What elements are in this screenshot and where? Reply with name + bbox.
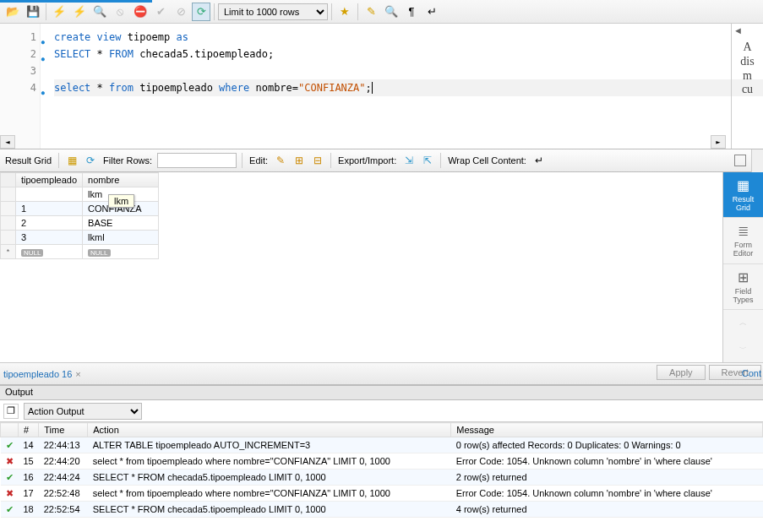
wrap-cell-icon[interactable]: ↵ [531, 153, 547, 168]
row-marker[interactable] [1, 216, 16, 231]
tab-result-grid[interactable]: ▦Result Grid [723, 172, 764, 218]
grid-cell[interactable]: NULL [16, 245, 83, 259]
types-icon: ⊞ [738, 269, 749, 285]
tab-field-types[interactable]: ⊞Field Types [723, 264, 764, 310]
row-marker[interactable] [1, 202, 16, 216]
filter-rows-label: Filter Rows: [101, 155, 154, 166]
collapse-arrow-icon[interactable]: ◄ [733, 25, 743, 35]
truncated-help-text: Adismcu [740, 29, 754, 149]
result-tab[interactable]: tipoempleado 16 × [3, 369, 81, 379]
output-layout-icon[interactable]: ❐ [3, 404, 19, 419]
output-cell-n: 14 [19, 437, 39, 453]
row-marker[interactable]: * [1, 245, 16, 259]
output-cell-action: select * from tipoempleado where nombre=… [88, 486, 451, 502]
export-icon[interactable]: ⇲ [401, 153, 417, 168]
grid-cell[interactable] [16, 187, 83, 202]
active-tab-indicator [0, 0, 152, 3]
line-number: 3 [0, 62, 36, 79]
wrap-icon[interactable]: ↵ [422, 3, 441, 21]
edit-row-icon[interactable]: ✎ [273, 153, 288, 168]
save-icon[interactable]: 💾 [24, 3, 42, 21]
result-grid[interactable]: tipoempleado nombre lkm1CONFIANZA2BASE3l… [0, 172, 722, 362]
output-cell-n: 17 [19, 486, 39, 502]
execute-step-icon[interactable]: ⚡ [70, 3, 89, 21]
output-type-select[interactable]: Action Output [24, 403, 142, 420]
side-panel-collapsed: ◄ Adismcu [731, 24, 763, 149]
nav-up-icon[interactable]: ︿ [723, 310, 764, 336]
form-icon: ≣ [738, 223, 749, 239]
invisible-chars-icon[interactable]: ¶ [402, 3, 421, 21]
open-file-icon[interactable]: 📂 [3, 3, 22, 21]
commit-icon[interactable]: ✔ [151, 3, 170, 21]
row-marker[interactable] [1, 231, 16, 245]
limit-rows-select[interactable]: Limit to 1000 rows [218, 3, 328, 20]
output-cell-msg: Error Code: 1054. Unknown column 'nombre… [451, 486, 763, 502]
scroll-left-icon[interactable]: ◄ [0, 135, 15, 149]
delete-row-icon[interactable]: ⊟ [310, 153, 325, 168]
wrap-cell-label: Wrap Cell Content: [446, 155, 528, 166]
filter-rows-input[interactable] [157, 153, 237, 168]
result-side-tabs: ▦Result Grid ≣Form Editor ⊞Field Types ︿… [722, 172, 763, 362]
sql-editor[interactable]: 1 2 3 4 create view tipoemp as SELECT * … [0, 24, 763, 149]
output-cell-action: select * from tipoempleado where nombre=… [88, 453, 451, 470]
output-cell-n: 15 [19, 453, 39, 470]
output-cell-time: 22:52:48 [39, 486, 88, 502]
grid-cell[interactable]: BASE [83, 216, 159, 231]
grid-cell[interactable]: 1 [16, 202, 83, 216]
add-row-icon[interactable]: ⊞ [292, 153, 307, 168]
apply-button[interactable]: Apply [657, 365, 706, 380]
scroll-right-icon[interactable]: ► [711, 135, 726, 149]
grid-view-icon[interactable]: ▦ [64, 153, 79, 168]
result-tabs-bar: tipoempleado 16 × Apply Revert [0, 363, 763, 385]
output-cell-time: 22:44:20 [39, 453, 88, 470]
import-icon[interactable]: ⇱ [420, 153, 435, 168]
nav-down-icon[interactable]: ﹀ [723, 336, 764, 362]
execute-icon[interactable]: ⚡ [50, 3, 68, 21]
status-error-icon: ✖ [1, 486, 19, 502]
kill-icon[interactable]: ⛔ [131, 3, 150, 21]
column-header[interactable]: nombre [83, 173, 159, 187]
code-area[interactable]: create view tipoemp as SELECT * FROM che… [41, 24, 763, 149]
autocommit-icon[interactable]: ⟳ [192, 3, 210, 21]
edit-label: Edit: [248, 155, 270, 166]
output-col-message[interactable]: Message [451, 423, 763, 437]
output-cell-time: 22:44:24 [39, 470, 88, 486]
result-toolbar: Result Grid ▦ ⟳ Filter Rows: Edit: ✎ ⊞ ⊟… [0, 149, 763, 172]
beautify-icon[interactable]: ✎ [362, 3, 380, 21]
separator [46, 3, 46, 20]
column-header[interactable]: tipoempleado [16, 173, 83, 187]
panel-toggle-icon[interactable] [734, 155, 746, 166]
status-ok-icon: ✔ [1, 502, 19, 518]
output-cell-action: SELECT * FROM checada5.tipoempleado LIMI… [88, 502, 451, 518]
export-import-label: Export/Import: [336, 155, 398, 166]
grid-cell[interactable]: NULL [83, 245, 159, 259]
side-toggle[interactable] [751, 149, 763, 173]
context-help-link[interactable]: Cont [742, 368, 761, 529]
grid-cell[interactable]: 3 [16, 231, 83, 245]
grid-cell[interactable]: 2 [16, 216, 83, 231]
favorite-icon[interactable]: ★ [335, 3, 354, 21]
close-tab-icon[interactable]: × [75, 369, 80, 379]
output-cell-time: 22:44:13 [39, 437, 88, 453]
rollback-icon[interactable]: ⊘ [172, 3, 190, 21]
output-col-time[interactable]: Time [39, 423, 88, 437]
stop-icon[interactable]: ⦸ [111, 3, 129, 21]
line-number: 4 [0, 79, 36, 96]
output-cell-action: ALTER TABLE tipoempleado AUTO_INCREMENT=… [88, 437, 451, 453]
cell-tooltip: lkm [108, 194, 134, 208]
status-ok-icon: ✔ [1, 470, 19, 486]
output-cell-action: SELECT * FROM checada5.tipoempleado LIMI… [88, 470, 451, 486]
output-toolbar: ❐ Action Output [0, 400, 763, 422]
line-number: 1 [0, 29, 36, 46]
explain-icon[interactable]: 🔍 [90, 3, 109, 21]
refresh-icon[interactable]: ⟳ [83, 153, 98, 168]
output-cell-msg: 4 row(s) returned [451, 502, 763, 518]
output-col-action[interactable]: Action [88, 423, 451, 437]
row-marker[interactable] [1, 187, 16, 202]
grid-cell[interactable]: lkml [83, 231, 159, 245]
find-icon[interactable]: 🔍 [382, 3, 401, 21]
result-grid-label: Result Grid [3, 155, 53, 166]
tab-form-editor[interactable]: ≣Form Editor [723, 218, 764, 263]
grid-icon: ▦ [737, 177, 749, 193]
output-col-num[interactable]: # [19, 423, 39, 437]
